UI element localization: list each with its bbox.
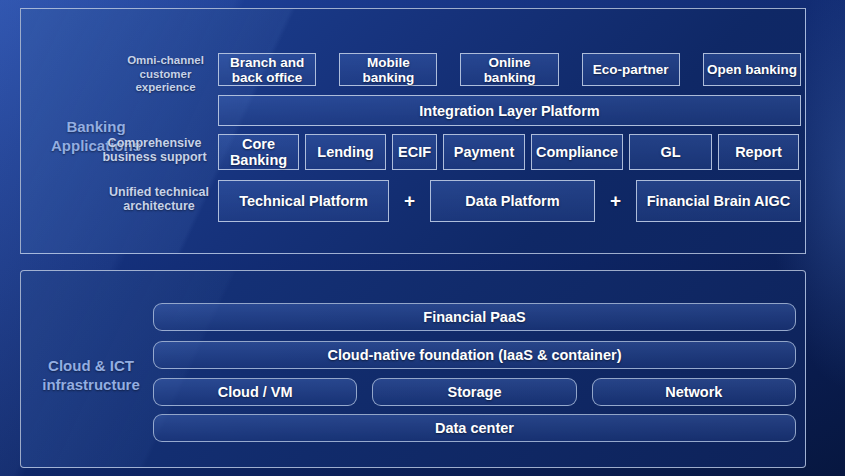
box-data-platform: Data Platform: [430, 180, 595, 222]
box-technical-platform: Technical Platform: [218, 180, 389, 222]
box-storage: Storage: [372, 378, 576, 406]
box-mobile-banking: Mobile banking: [339, 53, 437, 86]
box-compliance: Compliance: [531, 134, 623, 170]
box-payment: Payment: [443, 134, 525, 170]
box-report: Report: [718, 134, 799, 170]
box-open-banking: Open banking: [703, 53, 801, 86]
banking-applications-panel: Banking Applications Omni-channel custom…: [20, 8, 806, 254]
box-lending: Lending: [305, 134, 386, 170]
business-support-label: Comprehensive business support: [96, 136, 213, 164]
channel-boxes-row: Branch and back office Mobile banking On…: [218, 53, 801, 86]
box-branch-back-office: Branch and back office: [218, 53, 316, 86]
box-cloud-vm: Cloud / VM: [153, 378, 357, 406]
bar-data-center: Data center: [153, 414, 796, 442]
box-online-banking: Online banking: [460, 53, 558, 86]
cloud-ict-panel: Cloud & ICT infrastructure Financial Paa…: [20, 270, 806, 468]
plus-separator: +: [389, 180, 430, 222]
box-ecif: ECIF: [392, 134, 437, 170]
box-network: Network: [592, 378, 796, 406]
box-gl: GL: [629, 134, 712, 170]
technical-architecture-label: Unified technical architecture: [104, 185, 214, 213]
business-boxes-row: Core Banking Lending ECIF Payment Compli…: [218, 134, 801, 170]
bar-financial-paas: Financial PaaS: [153, 303, 796, 331]
infrastructure-resources-row: Cloud / VM Storage Network: [153, 378, 796, 406]
box-eco-partner: Eco-partner: [582, 53, 680, 86]
bar-cloud-native-foundation: Cloud-native foundation (IaaS & containe…: [153, 341, 796, 369]
bar-integration-layer-platform: Integration Layer Platform: [218, 95, 801, 126]
cloud-ict-title: Cloud & ICT infrastructure: [31, 356, 151, 394]
plus-separator: +: [595, 180, 636, 222]
box-financial-brain-aigc: Financial Brain AIGC: [636, 180, 801, 222]
omni-channel-label: Omni-channel customer experience: [118, 54, 213, 95]
technical-boxes-row: Technical Platform + Data Platform + Fin…: [218, 180, 801, 222]
architecture-diagram: Banking Applications Omni-channel custom…: [0, 0, 845, 476]
box-core-banking: Core Banking: [218, 134, 299, 170]
